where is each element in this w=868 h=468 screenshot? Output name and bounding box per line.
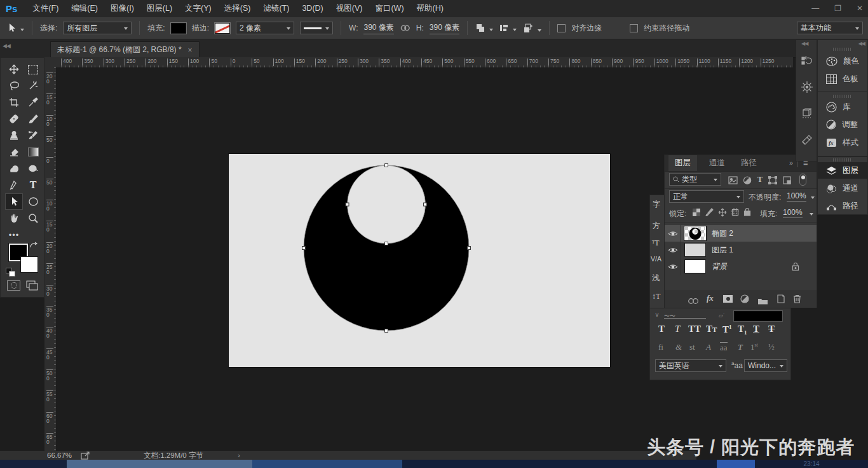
discretionary-ligatures-button[interactable]: st [689,342,695,352]
spot-healing-tool[interactable] [6,111,22,127]
menu-select[interactable]: 选择(S) [218,0,257,17]
crop-tool[interactable] [6,95,22,110]
canvas[interactable] [229,154,610,367]
chevron-down-icon[interactable] [811,196,815,201]
opacity-value[interactable]: 100% [787,191,806,202]
subscript-button[interactable]: T1 [738,324,747,336]
new-layer-button[interactable] [776,294,785,306]
path-arrangement-button[interactable] [522,23,541,34]
tab-close-icon[interactable]: × [188,46,193,55]
visibility-toggle[interactable] [665,258,681,275]
close-button[interactable]: ✕ [857,0,863,17]
layer-thumbnail[interactable] [684,226,706,240]
add-layer-mask-button[interactable] [723,295,733,303]
stroke-width-dropdown[interactable]: 2 像素 [236,22,294,34]
swap-colors-icon[interactable] [29,241,39,252]
stroke-type-dropdown[interactable] [300,22,333,34]
select-mode-dropdown[interactable]: 所有图层 [63,22,132,34]
language-dropdown[interactable]: 美国英语 [655,359,726,372]
minimize-button[interactable]: — [811,0,819,17]
clone-source-panel-icon[interactable] [801,107,813,121]
lock-transparency-icon[interactable] [693,209,700,216]
menu-layer[interactable]: 图层(L) [140,0,179,17]
ellipse-shape-layer[interactable] [229,154,610,367]
blend-mode-dropdown[interactable]: 正常 [669,190,744,203]
menu-file[interactable]: 文件(F) [26,0,65,17]
filter-pixel-layers-icon[interactable] [728,176,738,187]
status-chevron-icon[interactable]: › [238,451,240,459]
path-alignment-button[interactable] [499,23,517,33]
type-tool[interactable]: T [25,177,41,193]
visibility-toggle[interactable] [665,225,681,242]
dock-button-libraries[interactable]: 库 [818,99,868,115]
height-field[interactable]: 390 像素 [430,22,459,34]
ellipse-tool[interactable] [25,194,41,209]
constrain-path-drag-checkbox[interactable] [630,24,638,32]
move-tool[interactable] [6,62,22,77]
collapse-panel-icon[interactable]: » [789,155,793,171]
brush-tool[interactable] [25,111,41,127]
collapse-left-icon[interactable]: ◀◀ [3,43,10,49]
eyedropper-tool[interactable] [25,95,41,110]
swash-button[interactable]: & [675,342,682,352]
filter-smart-objects-icon[interactable] [783,176,791,187]
ordinals-button[interactable]: aa [720,342,728,353]
fractions-button[interactable]: ½ [768,342,775,352]
width-field[interactable]: 390 像素 [363,22,393,34]
background-color-swatch[interactable] [20,256,38,273]
lock-pixels-icon[interactable] [705,208,714,219]
dock-button-swatches[interactable]: 色板 [818,71,868,87]
layer-name[interactable]: 椭圆 2 [712,228,733,239]
layer-name[interactable]: 图层 1 [712,245,733,256]
clone-stamp-tool[interactable] [6,128,22,143]
history-brush-tool[interactable] [25,128,41,143]
chevron-down-icon[interactable] [810,213,813,217]
restore-button[interactable]: ❐ [834,0,841,17]
dock-button-adjustments[interactable]: 调整 [818,116,868,133]
screen-mode-button[interactable] [26,280,40,293]
menu-type[interactable]: 文字(Y) [179,0,218,17]
link-layers-button[interactable] [688,296,699,307]
chevron-down-icon[interactable]: ˅ [655,312,659,319]
dock-button-color[interactable]: 颜色 [818,53,868,69]
path-selection-tool[interactable] [6,194,22,209]
all-caps-button[interactable]: TT [688,324,701,334]
visibility-toggle[interactable] [665,242,681,258]
superscript-button[interactable]: T1 [722,324,732,335]
quick-selection-tool[interactable] [25,78,41,93]
collapse-right-icon[interactable]: ◀◀ [801,41,808,46]
faux-italic-button[interactable]: T [675,324,680,334]
fill-opacity-value[interactable]: 100% [783,208,803,218]
tab-channels[interactable]: 通道 [704,155,730,171]
dock-button-channels[interactable]: 通道 [818,180,868,196]
dock-button-styles[interactable]: fx 样式 [818,134,868,151]
share-icon[interactable] [81,451,90,460]
dock-button-layers[interactable]: 图层 [818,162,868,179]
current-tool-button[interactable] [6,23,24,33]
document-tab[interactable]: 未标题-1 @ 66.7% (椭圆 2, RGB/8) * × [50,41,200,58]
workspace-dropdown[interactable]: 基本功能 [797,22,863,34]
new-adjustment-layer-button[interactable] [740,294,749,306]
lasso-tool[interactable] [6,78,22,93]
strikethrough-button[interactable]: T [768,324,775,334]
anti-alias-dropdown[interactable]: Windo... [744,359,787,372]
filter-toggle-switch[interactable] [799,174,806,186]
layer-row-layer-1[interactable]: 图层 1 [665,242,817,258]
underline-button[interactable]: T [753,324,759,334]
brush-settings-panel-icon[interactable] [801,81,813,96]
faux-bold-button[interactable]: T [658,324,665,334]
titling-alternates-button[interactable]: T [738,342,743,352]
smudge-tool[interactable] [6,161,22,176]
hand-tool[interactable] [6,210,22,226]
ordinal-button[interactable]: 1st [750,342,758,352]
menu-3d[interactable]: 3D(D) [295,0,329,17]
stylistic-alternates-button[interactable]: A [706,342,711,352]
stroke-swatch[interactable] [215,23,230,34]
edit-toolbar-button[interactable]: ••• [6,227,22,242]
new-group-button[interactable] [757,296,768,307]
lock-artboard-icon[interactable] [731,208,740,219]
dodge-tool[interactable] [25,161,41,176]
zoom-tool[interactable] [25,210,41,226]
tab-layers[interactable]: 图层 [668,155,697,171]
history-panel-icon[interactable] [801,55,813,69]
